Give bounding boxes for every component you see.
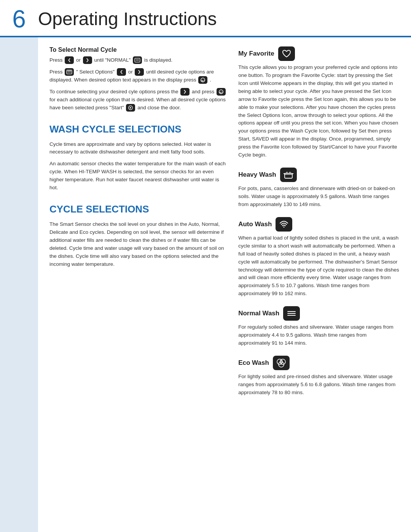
right-arrow-icon2: [135, 68, 144, 76]
wifi-icon: [279, 220, 289, 228]
auto-wash-item: Auto Wash When a partial load of lightly…: [238, 217, 400, 298]
normal-wash-item: Normal Wash For regularly soiled dishes …: [238, 306, 400, 347]
my-favorite-desc: This cycle allows you to program your pr…: [238, 64, 400, 159]
eco-wash-title: Eco Wash: [238, 359, 269, 367]
normal-cycle-title: To Select Normal Cycle: [49, 46, 227, 53]
normal-wash-icon-box: [283, 306, 300, 321]
page-header: 6 Operating Instructions: [0, 0, 411, 37]
auto-wash-desc: When a partial load of lightly soiled di…: [238, 234, 400, 298]
left-arrow-icon: [65, 56, 74, 64]
wash-cycle-section: WASH CYCLE SELECTIONS Cycle times are ap…: [49, 123, 227, 192]
svg-point-18: [284, 226, 285, 227]
lines-icon: [286, 309, 297, 318]
svg-rect-12: [285, 173, 292, 178]
auto-wash-title: Auto Wash: [238, 220, 272, 228]
normal-cycle-p3: To continue selecting your desired cyle …: [49, 88, 227, 112]
wash-cycle-title: WASH CYCLE SELECTIONS: [49, 123, 227, 135]
heavy-wash-icon-box: [280, 168, 297, 182]
normal-wash-title: Normal Wash: [238, 310, 279, 317]
start-icon: [126, 104, 135, 112]
eco-wash-item: Eco Wash For lightly soiled and pre-rins…: [238, 356, 400, 397]
chapter-title: Operating Instructions: [38, 8, 217, 35]
display-icon: [133, 56, 142, 64]
heavy-wash-item: Heavy Wash For pots, pans, casseroles an…: [238, 168, 400, 209]
eco-wash-desc: For lightly soiled and pre-rinsed dishes…: [238, 373, 400, 397]
leaf-icon: [276, 358, 287, 368]
cycle-selections-section: CYCLE SELECTIONS The Smart Sensor checks…: [49, 203, 227, 268]
left-arrow-icon2: [117, 68, 126, 76]
normal-cycle-p1: Press or until "NORMAL" is displayed.: [49, 56, 227, 64]
cycle-selections-title: CYCLE SELECTIONS: [49, 203, 227, 215]
select-options-icon: [65, 68, 74, 76]
eco-wash-icon-box: [273, 356, 290, 370]
heavy-wash-title: Heavy Wash: [238, 171, 276, 179]
my-favorite-icon-box: [278, 46, 295, 61]
normal-cycle-p2: Press " Select Options" or until desired…: [49, 68, 227, 84]
left-column: To Select Normal Cycle Press or until "N…: [49, 46, 227, 529]
cycle-selections-p1: The Smart Sensor checks the soil level o…: [49, 220, 227, 268]
svg-rect-0: [135, 58, 140, 62]
normal-wash-header: Normal Wash: [238, 306, 400, 321]
svg-text:SET: SET: [201, 79, 206, 82]
heavy-wash-header: Heavy Wash: [238, 168, 400, 182]
auto-wash-header: Auto Wash: [238, 217, 400, 232]
normal-cycle-section: To Select Normal Cycle Press or until "N…: [49, 46, 227, 112]
chapter-number: 6: [0, 7, 38, 36]
right-arrow-icon: [83, 56, 92, 64]
set-icon2: SET: [217, 88, 226, 96]
heart-icon: [282, 50, 291, 58]
heavy-wash-desc: For pots, pans, casseroles and dinnerwar…: [238, 185, 400, 209]
svg-text:SET: SET: [219, 91, 223, 94]
normal-wash-desc: For regularly soiled dishes and silverwa…: [238, 323, 400, 347]
right-arrow-icon3: [180, 88, 190, 96]
right-column: My Favorite This cycle allows you to pro…: [238, 46, 400, 529]
my-favorite-item: My Favorite This cycle allows you to pro…: [238, 46, 400, 159]
auto-wash-icon-box: [276, 217, 292, 232]
wash-cycle-p2: An automatic sensor checks the water tem…: [49, 160, 227, 192]
eco-wash-header: Eco Wash: [238, 356, 400, 370]
my-favorite-header: My Favorite: [238, 46, 400, 61]
sidebar-stripe: [0, 37, 38, 532]
wash-cycle-p1: Cycle times are approximate and vary by …: [49, 141, 227, 157]
my-favorite-title: My Favorite: [238, 50, 274, 58]
page-content: To Select Normal Cycle Press or until "N…: [0, 37, 411, 532]
set-icon: SET: [198, 76, 207, 84]
main-content: To Select Normal Cycle Press or until "N…: [38, 37, 411, 532]
pot-icon: [283, 170, 294, 179]
